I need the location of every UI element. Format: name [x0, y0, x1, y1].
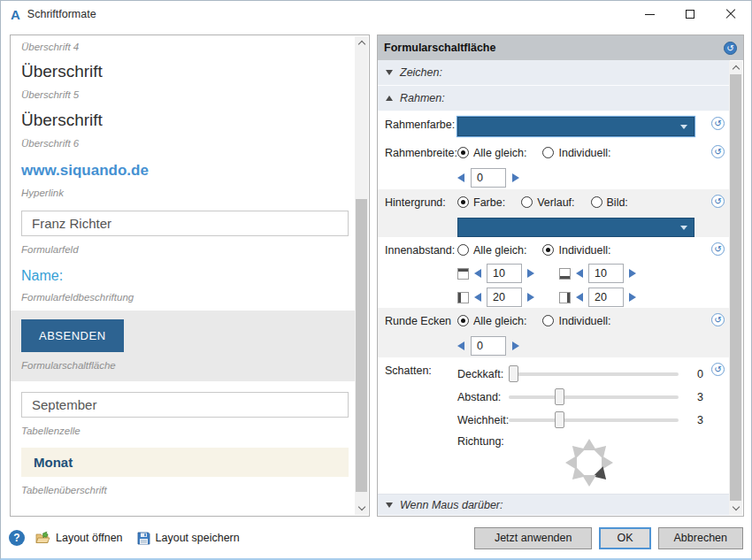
app-icon: A — [11, 7, 20, 22]
format-caption: Überschrift 4 — [21, 41, 349, 53]
list-item-tableheader[interactable]: Monat — [21, 448, 349, 477]
padding-top-icon — [457, 268, 469, 280]
spin-increase-icon[interactable] — [512, 173, 519, 182]
deckkraft-slider[interactable] — [509, 372, 679, 376]
rahmenbreite-label: Rahmenbreite: — [385, 145, 457, 159]
padding-left-input[interactable] — [487, 288, 522, 307]
weichheit-slider[interactable] — [509, 418, 679, 422]
spin-decrease-icon[interactable] — [576, 293, 583, 302]
layout-save-button[interactable]: Layout speichern — [137, 532, 240, 545]
spin-increase-icon[interactable] — [629, 293, 636, 302]
rahmenbreite-input[interactable] — [471, 168, 506, 188]
radio-individuell[interactable]: Individuell: — [542, 147, 610, 159]
runde-ecken-input[interactable] — [471, 336, 506, 356]
spin-increase-icon[interactable] — [629, 269, 636, 278]
radio-label: Individuell: — [558, 147, 610, 159]
direction-w-icon[interactable] — [565, 456, 577, 470]
format-caption: Tabellenzelle — [21, 425, 349, 437]
format-caption: Überschrift 5 — [21, 88, 349, 101]
folder-open-icon — [35, 532, 50, 545]
list-item-heading4[interactable]: Überschrift — [21, 62, 349, 81]
radio-alle-gleich[interactable]: Alle gleich: — [457, 244, 526, 257]
scrollbar-thumb[interactable] — [730, 74, 741, 501]
padding-bottom-icon — [559, 268, 571, 280]
direction-n-icon[interactable] — [582, 439, 596, 450]
inspector-body: Zeichen: Rahmen: Rahmenfarbe: ↺ Rahmenbr… — [378, 60, 730, 516]
format-caption: Hyperlink — [21, 187, 349, 199]
slider-thumb[interactable] — [555, 411, 564, 428]
scroll-up-button[interactable] — [355, 36, 368, 50]
direction-nw-icon[interactable] — [567, 441, 586, 459]
spin-increase-icon[interactable] — [527, 293, 534, 302]
spin-increase-icon[interactable] — [527, 269, 534, 278]
innenabstand-label: Innenabstand: — [385, 242, 457, 257]
section-rahmen[interactable]: Rahmen: — [378, 86, 730, 111]
scroll-up-button[interactable] — [729, 61, 742, 74]
spin-decrease-icon[interactable] — [457, 341, 464, 350]
minimize-button[interactable] — [629, 1, 670, 27]
radio-icon — [591, 196, 602, 208]
section-zeichen[interactable]: Zeichen: — [378, 60, 730, 86]
help-icon[interactable]: ? — [9, 530, 25, 546]
reset-icon[interactable]: ↺ — [711, 242, 725, 256]
layout-open-button[interactable]: Layout öffnen — [35, 532, 123, 545]
spin-decrease-icon[interactable] — [474, 293, 481, 302]
slider-thumb[interactable] — [555, 388, 564, 405]
slider-thumb[interactable] — [509, 365, 518, 382]
collapse-triangle-icon — [386, 502, 393, 508]
section-hover[interactable]: Wenn Maus darüber: — [378, 494, 730, 516]
cancel-button[interactable]: Abbrechen — [658, 527, 743, 549]
schatten-row: Schatten: Deckkaft: 0 Abstand: 3 Weichhe… — [378, 357, 730, 490]
reset-icon[interactable]: ↺ — [711, 313, 725, 326]
direction-e-icon[interactable] — [602, 456, 613, 470]
left-scrollbar[interactable] — [355, 36, 368, 515]
padding-bottom-input[interactable] — [588, 264, 624, 283]
list-item-formbutton-selected[interactable]: ABSENDEN Formularschaltfläche — [11, 311, 356, 380]
radio-label: Alle gleich: — [473, 244, 526, 257]
reset-all-icon[interactable]: ↺ — [724, 42, 737, 55]
radio-individuell[interactable]: Individuell: — [542, 315, 610, 327]
maximize-icon — [686, 10, 694, 19]
format-caption: Überschrift 6 — [21, 137, 349, 150]
spin-decrease-icon[interactable] — [474, 269, 481, 278]
radio-verlauf[interactable]: Verlauf: — [521, 196, 574, 209]
rahmenfarbe-color-dropdown[interactable] — [457, 117, 694, 136]
close-button[interactable] — [710, 1, 751, 27]
inspector-title: Formularschaltfläche — [384, 42, 495, 54]
padding-top-input[interactable] — [487, 264, 522, 283]
spin-decrease-icon[interactable] — [457, 173, 464, 182]
spin-increase-icon[interactable] — [512, 341, 519, 350]
list-item-formfield[interactable]: Franz Richter — [21, 211, 349, 236]
scroll-down-button[interactable] — [729, 502, 742, 515]
radio-icon — [457, 196, 469, 208]
reset-icon[interactable]: ↺ — [711, 117, 725, 130]
scroll-down-button[interactable] — [355, 502, 368, 515]
format-list: Überschrift 4 Überschrift Überschrift 5 … — [11, 35, 356, 516]
reset-icon[interactable]: ↺ — [711, 145, 725, 158]
reset-icon[interactable]: ↺ — [711, 363, 725, 376]
abstand-slider[interactable] — [509, 395, 679, 399]
runde-ecken-row: Runde Ecken Alle gleich: Individuell: — [378, 308, 730, 357]
weichheit-value: 3 — [689, 414, 703, 426]
radio-individuell[interactable]: Individuell: — [542, 244, 610, 257]
list-item-tablecell[interactable]: September — [21, 392, 349, 418]
weichheit-label: Weichheit: — [457, 414, 509, 426]
radio-alle-gleich[interactable]: Alle gleich: — [457, 315, 526, 327]
list-item-hyperlink[interactable]: www.siquando.de — [21, 162, 349, 180]
scrollbar-thumb[interactable] — [356, 199, 367, 492]
spin-decrease-icon[interactable] — [576, 269, 583, 278]
ok-button[interactable]: OK — [599, 527, 650, 549]
maximize-button[interactable] — [670, 1, 710, 27]
reset-icon[interactable]: ↺ — [711, 195, 725, 208]
radio-farbe[interactable]: Farbe: — [457, 196, 505, 209]
apply-button[interactable]: Jetzt anwenden — [474, 527, 593, 549]
hintergrund-color-dropdown[interactable] — [457, 218, 694, 237]
right-scrollbar[interactable] — [729, 61, 742, 515]
list-item-heading5[interactable]: Überschrift — [21, 111, 349, 130]
padding-right-input[interactable] — [588, 288, 624, 307]
radio-icon — [457, 315, 469, 326]
direction-s-icon[interactable] — [582, 475, 596, 487]
radio-bild[interactable]: Bild: — [591, 196, 628, 209]
list-item-fieldlabel[interactable]: Name: — [21, 268, 349, 284]
radio-alle-gleich[interactable]: Alle gleich: — [457, 147, 526, 159]
